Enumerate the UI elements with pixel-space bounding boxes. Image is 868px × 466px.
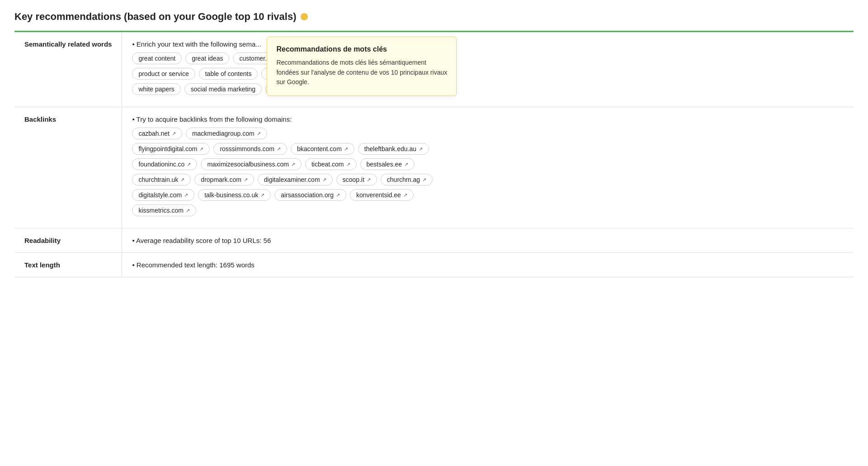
- tag-digitalexaminer[interactable]: digitalexaminer.com ↗: [258, 174, 333, 185]
- tags-row-2: product or service table of contents wor…: [132, 68, 844, 80]
- section-label-readability: Readability: [14, 228, 122, 253]
- external-link-icon: ↗: [186, 208, 190, 214]
- tag-flyingpoint[interactable]: flyingpointdigital.com ↗: [132, 143, 210, 155]
- tags-row-1: great content great ideas customer... go…: [132, 52, 844, 64]
- external-link-icon: ↗: [404, 162, 408, 167]
- dot-icon: [301, 13, 308, 20]
- backlinks-row-1: cazbah.net ↗ mackmediagroup.com ↗: [132, 128, 844, 139]
- external-link-icon: ↗: [346, 162, 350, 167]
- section-content-semantically: • Enrich your text with the following se…: [122, 32, 854, 107]
- tag-ticbeat[interactable]: ticbeat.com ↗: [305, 158, 357, 170]
- section-label-semantically: Semantically related words: [14, 32, 122, 107]
- tooltip-body: Recommandations de mots clés liés sémant…: [276, 58, 447, 87]
- tag-foundationinc[interactable]: foundationinc.co ↗: [132, 158, 197, 170]
- tag-konverentsid[interactable]: konverentsid.ee ↗: [350, 189, 414, 201]
- external-link-icon: ↗: [419, 146, 423, 152]
- external-link-icon: ↗: [244, 177, 248, 183]
- tag-bestsales[interactable]: bestsales.ee ↗: [360, 158, 415, 170]
- external-link-icon: ↗: [184, 192, 188, 198]
- external-link-icon: ↗: [180, 177, 184, 183]
- backlinks-row-5: digitalstyle.com ↗ talk-business.co.uk ↗…: [132, 189, 844, 201]
- readability-row: Readability • Average readability score …: [14, 228, 854, 253]
- section-label-backlinks: Backlinks: [14, 107, 122, 228]
- external-link-icon: ↗: [322, 177, 326, 183]
- semantically-bullet: • Enrich your text with the following se…: [132, 40, 844, 48]
- text-length-row: Text length • Recommended text length: 1…: [14, 253, 854, 277]
- semantically-related-row: Semantically related words • Enrich your…: [14, 32, 854, 107]
- backlinks-row-2: flyingpointdigital.com ↗ rosssimmonds.co…: [132, 143, 844, 155]
- external-link-icon: ↗: [344, 146, 348, 152]
- tag-great-content[interactable]: great content: [132, 52, 182, 64]
- tag-theleftbank[interactable]: theleftbank.edu.au ↗: [358, 143, 429, 155]
- section-label-text-length: Text length: [14, 253, 122, 277]
- tag-churchmag[interactable]: churchm.ag ↗: [381, 174, 433, 185]
- tag-kissmetrics[interactable]: kissmetrics.com ↗: [132, 204, 196, 216]
- external-link-icon: ↗: [403, 192, 407, 198]
- section-content-readability: • Average readability score of top 10 UR…: [122, 228, 854, 253]
- tooltip-title: Recommandations de mots clés: [276, 45, 447, 53]
- external-link-icon: ↗: [172, 131, 176, 137]
- external-link-icon: ↗: [336, 192, 340, 198]
- tag-great-ideas[interactable]: great ideas: [185, 52, 229, 64]
- section-content-text-length: • Recommended text length: 1695 words: [122, 253, 854, 277]
- tag-bkacontent[interactable]: bkacontent.com ↗: [291, 143, 354, 155]
- backlinks-row-3: foundationinc.co ↗ maximizesocialbusines…: [132, 158, 844, 170]
- external-link-icon: ↗: [199, 146, 203, 152]
- readability-text: • Average readability score of top 10 UR…: [132, 237, 844, 244]
- tag-scooplt[interactable]: scoop.it ↗: [336, 174, 377, 185]
- tag-cazbah[interactable]: cazbah.net ↗: [132, 128, 182, 139]
- tag-maximizesocial[interactable]: maximizesocialbusiness.com ↗: [201, 158, 302, 170]
- external-link-icon: ↗: [291, 162, 295, 167]
- tag-dropmark[interactable]: dropmark.com ↗: [194, 174, 254, 185]
- section-content-backlinks: • Try to acquire backlinks from the foll…: [122, 107, 854, 228]
- tag-airsassociation[interactable]: airsassociation.org ↗: [274, 189, 346, 201]
- tag-talkbusiness[interactable]: talk-business.co.uk ↗: [198, 189, 271, 201]
- text-length-text: • Recommended text length: 1695 words: [132, 261, 844, 269]
- external-link-icon: ↗: [422, 177, 426, 183]
- external-link-icon: ↗: [187, 162, 191, 167]
- tag-mackmediagroup[interactable]: mackmediagroup.com ↗: [186, 128, 267, 139]
- recommendations-table: Semantically related words • Enrich your…: [14, 32, 854, 277]
- backlinks-bullet: • Try to acquire backlinks from the foll…: [132, 115, 844, 123]
- external-link-icon: ↗: [367, 177, 371, 183]
- external-link-icon: ↗: [277, 146, 281, 152]
- page-title: Key recommendations (based on your Googl…: [14, 11, 296, 23]
- backlinks-row: Backlinks • Try to acquire backlinks fro…: [14, 107, 854, 228]
- tag-churchtrain[interactable]: churchtrain.uk ↗: [132, 174, 191, 185]
- tag-digitalstyle[interactable]: digitalstyle.com ↗: [132, 189, 194, 201]
- tag-table-of-contents[interactable]: table of contents: [199, 68, 258, 80]
- external-link-icon: ↗: [260, 192, 264, 198]
- external-link-icon: ↗: [257, 131, 261, 137]
- tooltip-box: Recommandations de mots clés Recommandat…: [267, 37, 457, 96]
- tag-white-papers[interactable]: white papers: [132, 83, 180, 95]
- tags-row-3: white papers social media marketing s: [132, 83, 844, 95]
- backlinks-row-6: kissmetrics.com ↗: [132, 204, 844, 216]
- tag-rosssimmonds[interactable]: rosssimmonds.com ↗: [213, 143, 287, 155]
- backlinks-row-4: churchtrain.uk ↗ dropmark.com ↗ digitale…: [132, 174, 844, 185]
- page-header: Key recommendations (based on your Googl…: [14, 11, 854, 23]
- tag-social-media-marketing[interactable]: social media marketing: [184, 83, 262, 95]
- tag-product-or-service[interactable]: product or service: [132, 68, 195, 80]
